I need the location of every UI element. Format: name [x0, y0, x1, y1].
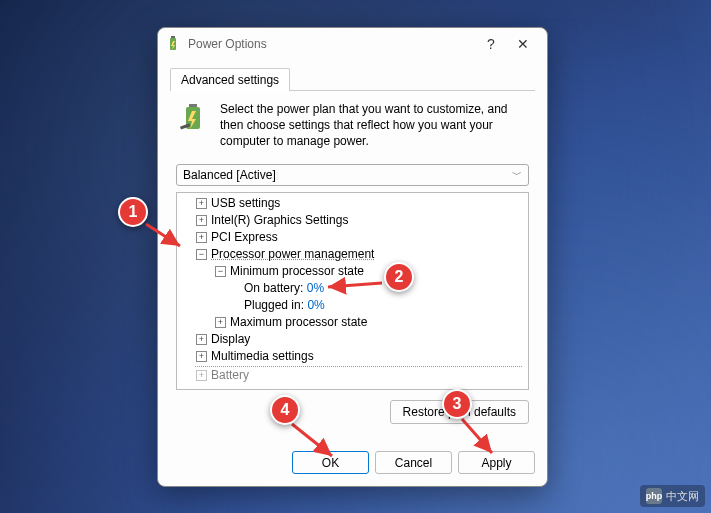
svg-rect-3	[189, 104, 197, 107]
app-icon	[166, 36, 182, 52]
tree-item-graphics: +Intel(R) Graphics Settings	[177, 212, 528, 229]
expand-icon[interactable]: +	[196, 198, 207, 209]
tree-item-processor: −Processor power management	[177, 246, 528, 263]
annotation-arrow-1	[144, 222, 186, 255]
svg-line-8	[292, 424, 332, 456]
expand-icon[interactable]: +	[196, 351, 207, 362]
annotation-arrow-2	[324, 279, 386, 296]
tree-item-pci: +PCI Express	[177, 229, 528, 246]
watermark: php 中文网	[640, 485, 705, 507]
collapse-icon[interactable]: −	[215, 266, 226, 277]
annotation-arrow-4	[290, 422, 340, 465]
expand-icon[interactable]: +	[196, 215, 207, 226]
svg-rect-1	[171, 36, 175, 38]
expand-icon[interactable]: +	[215, 317, 226, 328]
expand-icon[interactable]: +	[196, 334, 207, 345]
description-text: Select the power plan that you want to c…	[220, 101, 527, 150]
annotation-badge-1: 1	[118, 197, 148, 227]
close-button[interactable]: ✕	[507, 30, 539, 58]
plan-selected-value: Balanced [Active]	[183, 168, 276, 182]
tree-item-multimedia: +Multimedia settings	[177, 348, 528, 365]
svg-line-7	[462, 419, 492, 453]
cancel-button[interactable]: Cancel	[375, 451, 452, 474]
svg-line-5	[146, 224, 180, 246]
tree-item-min-state: −Minimum processor state	[177, 263, 528, 280]
tree-item-max-state: +Maximum processor state	[177, 314, 528, 331]
plugged-in-value[interactable]: 0%	[307, 298, 324, 312]
on-battery-value[interactable]: 0%	[307, 281, 324, 295]
dialog-content: Advanced settings Select the power plan …	[158, 60, 547, 441]
power-plan-select[interactable]: Balanced [Active] ﹀	[176, 164, 529, 186]
annotation-arrow-3	[460, 417, 500, 462]
tree-item-display: +Display	[177, 331, 528, 348]
watermark-logo: php	[646, 488, 662, 504]
tree-item-plugged-in: Plugged in: 0%	[177, 297, 528, 314]
tab-strip: Advanced settings	[170, 68, 535, 91]
tab-advanced-settings[interactable]: Advanced settings	[170, 68, 290, 91]
collapse-icon[interactable]: −	[196, 249, 207, 260]
annotation-badge-4: 4	[270, 395, 300, 425]
tree-item-battery: +Battery	[177, 367, 528, 384]
annotation-badge-2: 2	[384, 262, 414, 292]
svg-line-6	[328, 283, 382, 287]
chevron-down-icon: ﹀	[512, 168, 522, 182]
description-row: Select the power plan that you want to c…	[170, 91, 535, 164]
titlebar: Power Options ? ✕	[158, 28, 547, 60]
tree-item-usb: +USB settings	[177, 195, 528, 212]
expand-icon[interactable]: +	[196, 232, 207, 243]
annotation-badge-3: 3	[442, 389, 472, 419]
window-title: Power Options	[188, 37, 475, 51]
watermark-text: 中文网	[666, 489, 699, 504]
help-button[interactable]: ?	[475, 30, 507, 58]
battery-icon	[178, 101, 210, 133]
expand-icon[interactable]: +	[196, 370, 207, 381]
